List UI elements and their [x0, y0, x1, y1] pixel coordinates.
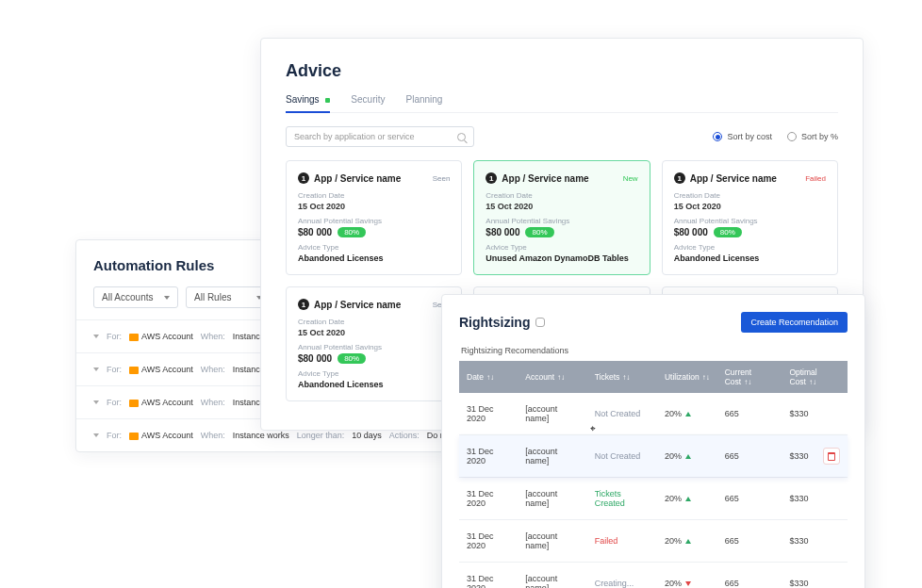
card-title: App / Service name — [314, 300, 401, 310]
table-header-row: Date↑↓Account↑↓Tickets↑↓Utilization↑↓Cur… — [459, 361, 848, 393]
rule-account: AWS Account — [129, 332, 193, 341]
filter-rules-select[interactable]: All Rules — [186, 286, 271, 308]
card-title-group: 1 App / Service name — [298, 172, 401, 184]
cell-account: [account name] — [518, 520, 586, 563]
cell-tickets: Not Created — [587, 393, 657, 435]
aws-icon — [129, 367, 139, 374]
card-title-group: 1 App / Service name — [486, 172, 588, 184]
card-title: App / Service name — [314, 173, 401, 184]
creation-date-value: 15 Oct 2020 — [298, 202, 450, 211]
card-header: 1 App / Service name Seen — [298, 172, 450, 184]
table-row[interactable]: 31 Dec 2020 [account name] Not Created 2… — [459, 393, 848, 435]
link-icon[interactable] — [535, 318, 545, 327]
creation-date-label: Creation Date — [298, 318, 450, 326]
advice-type-label: Advice Type — [298, 243, 450, 252]
cell-current-cost: 665 — [717, 563, 782, 589]
cell-date: 31 Dec 2020 — [459, 520, 518, 563]
rightsizing-panel: Rightsizing Create Recomendation Rightsi… — [441, 294, 865, 588]
rule-when-label: When: — [201, 332, 225, 341]
column-header[interactable]: Current Cost↑↓ — [717, 361, 782, 393]
search-input[interactable]: Search by application or service — [286, 126, 474, 147]
table-row[interactable]: 31 Dec 2020 [account name] Failed 20% 66… — [459, 520, 848, 563]
cursor-icon: ⌖ — [590, 423, 596, 434]
table-row[interactable]: 31 Dec 2020 [account name] Creating... 2… — [459, 563, 848, 589]
rule-actions-label: Actions: — [389, 431, 420, 440]
cell-utilization: 20% — [657, 393, 717, 435]
advice-type-label: Advice Type — [674, 243, 826, 252]
column-header[interactable]: Utilization↑↓ — [657, 361, 717, 393]
card-status: Failed — [805, 174, 826, 183]
sort-by-percent-radio[interactable]: Sort by % — [787, 132, 838, 141]
cell-optimal-cost: $330 — [782, 435, 848, 478]
new-indicator-icon — [325, 98, 330, 103]
creation-date-value: 15 Oct 2020 — [486, 202, 637, 211]
table-row[interactable]: 31 Dec 2020 [account name] Tickets Creat… — [459, 478, 848, 520]
table-row[interactable]: 31 Dec 2020 [account name] Not Created 2… — [459, 435, 848, 478]
filter-accounts-select[interactable]: All Accounts — [93, 286, 178, 308]
column-header[interactable]: Optimal Cost↑↓ — [782, 361, 848, 393]
chevron-down-icon — [93, 433, 99, 437]
column-header[interactable]: Account↑↓ — [518, 361, 586, 393]
card-number-icon: 1 — [298, 172, 309, 184]
card-number-icon: 1 — [298, 299, 309, 310]
tab-label: Security — [351, 94, 385, 105]
rule-for-label: For: — [107, 398, 122, 407]
sort-by-cost-radio[interactable]: Sort by cost — [713, 132, 772, 141]
arrow-up-icon — [685, 497, 691, 501]
cell-optimal-cost: $330 — [782, 563, 848, 589]
advice-tabs: Savings Security Planning — [286, 94, 838, 113]
savings-amount: $80 000 — [298, 353, 332, 364]
cell-account: [account name] — [518, 563, 586, 589]
savings-label: Annual Potential Savings — [486, 217, 637, 225]
cell-date: 31 Dec 2020 — [459, 393, 518, 435]
rule-when-label: When: — [201, 365, 225, 374]
tab-label: Planning — [405, 94, 442, 105]
tab-planning[interactable]: Planning — [405, 94, 442, 112]
column-header[interactable]: Date↑↓ — [459, 361, 518, 393]
cell-utilization: 20% — [657, 563, 717, 589]
rule-when-label: When: — [201, 398, 225, 407]
cell-date: 31 Dec 2020 — [459, 478, 518, 520]
cell-utilization: 20% — [657, 435, 717, 478]
aws-icon — [129, 400, 139, 407]
column-header[interactable]: Tickets↑↓ — [587, 361, 657, 393]
advice-card[interactable]: 1 App / Service name Failed Creation Dat… — [662, 160, 838, 275]
sort-icon: ↑↓ — [809, 378, 816, 386]
chevron-down-icon — [93, 400, 99, 404]
rule-account: AWS Account — [129, 398, 193, 407]
advice-card[interactable]: 1 App / Service name Seen Creation Date … — [286, 286, 462, 401]
advice-card[interactable]: 1 App / Service name New Creation Date 1… — [473, 160, 650, 275]
trash-icon — [828, 452, 835, 461]
card-title: App / Service name — [690, 173, 777, 184]
tab-savings[interactable]: Savings — [286, 94, 330, 112]
creation-date-value: 15 Oct 2020 — [298, 328, 450, 337]
table-body: 31 Dec 2020 [account name] Not Created 2… — [459, 393, 848, 588]
advice-type-label: Advice Type — [486, 243, 637, 252]
arrow-up-icon — [685, 454, 691, 459]
advice-card[interactable]: 1 App / Service name Seen Creation Date … — [286, 160, 462, 275]
cell-current-cost: 665 — [717, 393, 782, 435]
delete-button[interactable] — [823, 448, 840, 465]
sort-options: Sort by cost Sort by % — [713, 132, 838, 141]
cell-tickets: Failed — [587, 520, 657, 563]
cell-optimal-cost: $330 — [782, 478, 848, 520]
advice-type-value: Abandoned Licenses — [674, 253, 826, 263]
card-title: App / Service name — [502, 173, 588, 184]
advice-type-value: Abandoned Licenses — [298, 380, 450, 389]
cell-account: [account name] — [518, 478, 586, 520]
tab-security[interactable]: Security — [351, 94, 385, 112]
card-number-icon: 1 — [486, 172, 497, 184]
aws-icon — [129, 334, 139, 341]
cell-tickets: Creating... — [587, 563, 657, 589]
savings-amount: $80 000 — [674, 227, 708, 237]
chevron-down-icon — [93, 335, 99, 338]
savings-row: $80 000 80% — [486, 227, 637, 237]
cell-account: [account name] — [518, 393, 586, 435]
card-status: Seen — [433, 174, 451, 183]
card-header: 1 App / Service name Failed — [674, 172, 826, 184]
create-recommendation-button[interactable]: Create Recomendation — [741, 312, 848, 333]
arrow-up-icon — [685, 539, 691, 544]
rule-account: AWS Account — [129, 431, 193, 440]
savings-percent-badge: 80% — [714, 227, 742, 237]
arrow-up-icon — [685, 412, 691, 416]
